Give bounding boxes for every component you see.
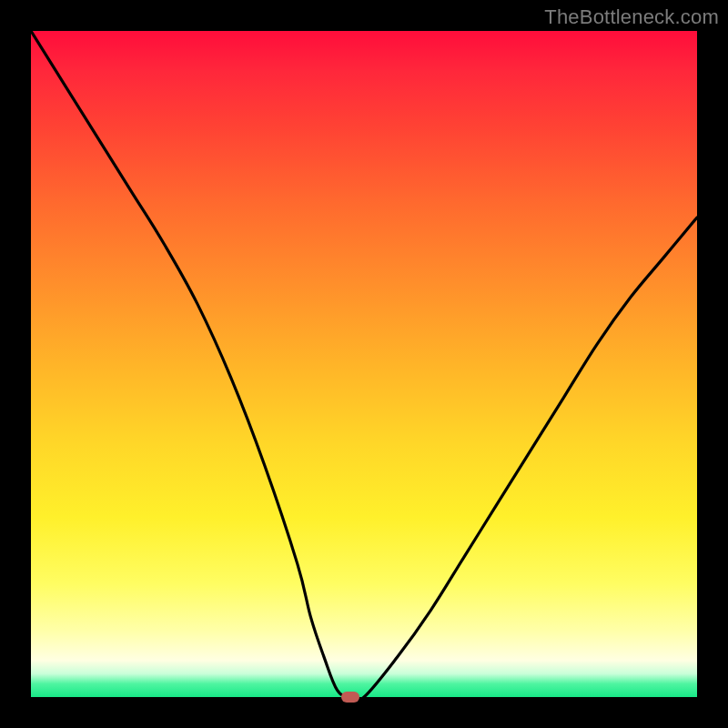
plot-area (31, 31, 697, 697)
watermark-text: TheBottleneck.com (544, 5, 719, 29)
chart-frame: TheBottleneck.com (0, 0, 728, 728)
bottleneck-marker (341, 692, 359, 703)
